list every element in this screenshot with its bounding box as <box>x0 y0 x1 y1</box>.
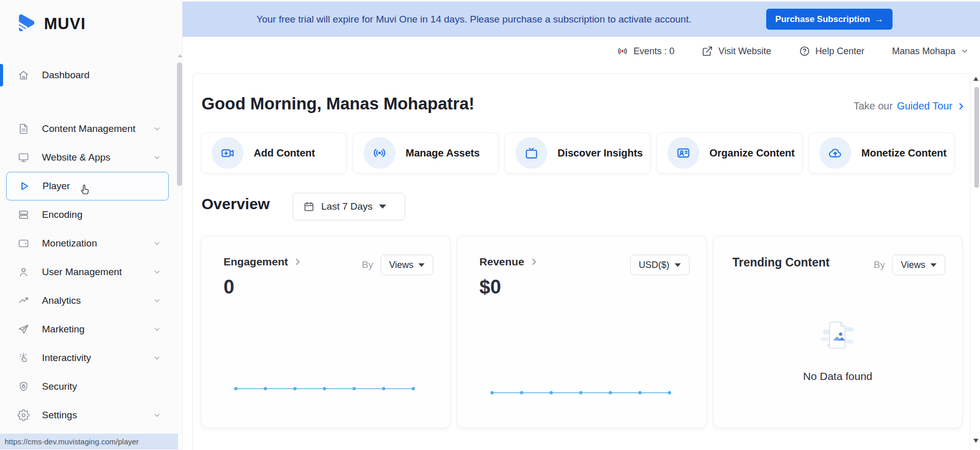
caret-down-icon <box>675 263 681 267</box>
external-link-icon <box>702 46 713 57</box>
sidebar-item-encoding[interactable]: Encoding <box>0 200 183 229</box>
wallet-icon <box>17 237 30 250</box>
trending-metric-value: Views <box>901 260 925 271</box>
sidebar-item-interactivity[interactable]: Interactivity <box>0 344 183 372</box>
sidebar-item-marketing[interactable]: Marketing <box>0 315 183 344</box>
sidebar-item-settings[interactable]: Settings <box>0 401 183 430</box>
revenue-line-chart <box>490 384 672 396</box>
revenue-controls: USD($) <box>630 255 689 275</box>
guided-tour-link[interactable]: Guided Tour <box>897 100 952 112</box>
organize-content-card[interactable]: Organize Content <box>657 132 803 173</box>
currency-dropdown[interactable]: USD($) <box>630 255 689 275</box>
play-icon <box>18 180 30 192</box>
status-url-tooltip: https://cms-dev.muvistaging.com/player <box>0 434 178 449</box>
top-header: Events : 0 Visit Website Help Center Man… <box>183 37 980 65</box>
trending-metric-dropdown[interactable]: Views <box>892 255 945 275</box>
sidebar-scroll-up-arrow[interactable] <box>178 54 182 57</box>
quick-action-label: Add Content <box>254 147 315 159</box>
sidebar-item-content-management[interactable]: Content Management <box>0 115 183 143</box>
sidebar-item-analytics[interactable]: Analytics <box>0 286 183 315</box>
add-content-card[interactable]: Add Content <box>201 132 347 173</box>
sidebar-item-dashboard[interactable]: Dashboard <box>0 61 183 89</box>
visit-website-link[interactable]: Visit Website <box>702 46 771 57</box>
sidebar-item-label: Player <box>42 181 70 192</box>
sidebar: MUVI Dashboard Content Management Websit… <box>0 0 183 450</box>
no-data-illustration-icon <box>816 313 860 357</box>
trending-content-card: Trending Content By Views <box>713 236 963 429</box>
muvi-logo[interactable]: MUVI <box>13 12 86 36</box>
gear-icon <box>17 409 30 421</box>
revenue-card-title[interactable]: Revenue <box>479 256 539 268</box>
engagement-metric-dropdown[interactable]: Views <box>381 255 434 275</box>
sidebar-item-security[interactable]: Security <box>0 372 183 401</box>
home-icon <box>17 69 30 81</box>
monetize-content-card[interactable]: Monetize Content <box>809 132 954 173</box>
sidebar-item-monetization[interactable]: Monetization <box>0 229 183 258</box>
tv-icon <box>524 146 539 160</box>
engagement-card-title[interactable]: Engagement <box>224 256 302 268</box>
discover-insights-card[interactable]: Discover Insights <box>505 132 651 173</box>
icon-circle <box>516 137 547 169</box>
engagement-metric-value: Views <box>389 260 414 271</box>
quick-action-label: Manage Assets <box>406 147 480 159</box>
send-icon <box>17 323 30 335</box>
sidebar-item-label: Settings <box>42 410 77 421</box>
trending-up-icon <box>17 295 30 307</box>
cloud-dollar-icon <box>828 146 842 160</box>
chevron-down-icon <box>153 239 161 248</box>
guided-tour[interactable]: Take our Guided Tour <box>854 100 966 112</box>
events-label: Events : 0 <box>633 46 674 57</box>
sidebar-item-label: User Management <box>42 266 122 278</box>
revenue-card: Revenue USD($) $0 <box>457 236 706 429</box>
currency-value: USD($) <box>639 260 670 271</box>
by-label: By <box>362 259 373 271</box>
user-icon <box>17 266 30 278</box>
by-label: By <box>874 259 885 271</box>
sidebar-item-label: Interactivity <box>42 352 91 364</box>
sidebar-item-website-apps[interactable]: Website & Apps <box>0 143 183 172</box>
sidebar-scrollbar[interactable] <box>177 62 182 186</box>
date-range-dropdown[interactable]: Last 7 Days <box>293 193 405 220</box>
caret-down-icon <box>930 263 937 267</box>
events-indicator[interactable]: Events : 0 <box>617 46 674 57</box>
sidebar-item-player[interactable]: Player <box>6 172 169 200</box>
logo-wordmark: MUVI <box>44 15 86 33</box>
engagement-card: Engagement By Views 0 <box>201 236 451 429</box>
chevron-down-icon <box>153 268 161 276</box>
greeting-heading: Good Morning, Manas Mohapatra! <box>202 94 475 114</box>
engagement-controls: By Views <box>362 255 433 275</box>
calendar-icon <box>303 201 315 212</box>
purchase-subscription-button[interactable]: Purchase Subscription → <box>766 9 893 30</box>
chevron-down-icon <box>153 153 161 162</box>
sidebar-item-user-management[interactable]: User Management <box>0 258 183 286</box>
date-range-value: Last 7 Days <box>321 201 372 212</box>
revenue-value: $0 <box>479 276 501 298</box>
trending-card-title: Trending Content <box>732 256 830 269</box>
help-center-link[interactable]: Help Center <box>799 46 864 57</box>
trial-banner-message: Your free trial will expire for Muvi One… <box>183 2 765 37</box>
chevron-down-icon <box>153 125 161 133</box>
main-scroll-down-arrow[interactable] <box>973 439 978 443</box>
chevron-down-icon <box>153 297 161 305</box>
user-name: Manas Mohapa <box>892 46 955 57</box>
help-circle-icon <box>799 46 810 57</box>
muvi-logo-icon <box>13 12 37 36</box>
server-icon <box>17 209 30 221</box>
trending-controls: By Views <box>874 255 945 275</box>
manage-assets-card[interactable]: Manage Assets <box>353 132 499 173</box>
sidebar-item-label: Website & Apps <box>42 152 110 163</box>
sidebar-item-label: Monetization <box>42 238 97 249</box>
main-scroll-up-arrow[interactable] <box>973 77 978 81</box>
overview-title: Overview <box>202 195 270 213</box>
monitor-icon <box>17 151 30 164</box>
guided-tour-prefix: Take our <box>854 100 893 112</box>
chevron-right-icon <box>293 257 302 266</box>
caret-down-icon <box>418 263 425 267</box>
shield-lock-icon <box>17 380 30 393</box>
quick-action-label: Monetize Content <box>861 147 947 159</box>
main-scrollbar[interactable] <box>974 87 979 188</box>
purchase-subscription-label: Purchase Subscription <box>775 14 870 25</box>
user-menu[interactable]: Manas Mohapa <box>892 46 969 57</box>
help-center-label: Help Center <box>815 46 864 57</box>
sidebar-item-label: Content Management <box>42 123 136 134</box>
